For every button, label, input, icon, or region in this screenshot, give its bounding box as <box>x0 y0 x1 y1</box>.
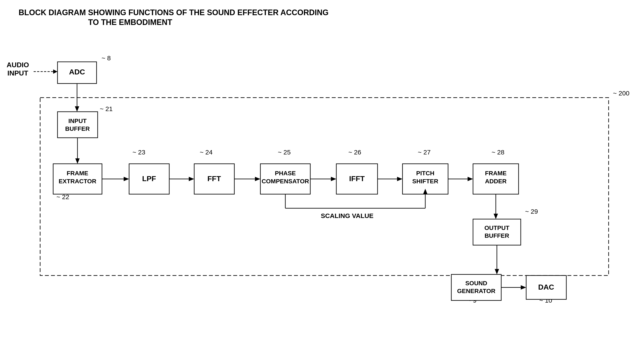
sg-label1: SOUND <box>465 280 487 286</box>
pc-label1: PHASE <box>275 170 296 176</box>
lpf-ref: ~ 23 <box>132 148 145 156</box>
ifft-ref: ~ 26 <box>348 148 361 156</box>
dac-label: DAC <box>538 283 554 291</box>
ob-label1: OUTPUT <box>484 224 509 231</box>
pc-ref: ~ 25 <box>278 148 290 156</box>
input-buffer-label2: BUFFER <box>65 126 90 132</box>
adc-label: ADC <box>69 68 85 76</box>
adc-down-arrow <box>75 106 79 112</box>
outer-dashed-box <box>40 98 608 276</box>
fft-to-pc-arrow <box>255 177 260 181</box>
ob-to-sg-arrow <box>495 269 499 274</box>
fft-label: FFT <box>208 174 221 183</box>
lpf-to-fft-arrow <box>189 177 194 181</box>
input-buffer-label1: INPUT <box>68 118 86 124</box>
sound-generator-box <box>451 274 501 300</box>
input-buffer-box <box>58 112 98 138</box>
ifft-label: IFFT <box>349 174 365 183</box>
ps-label2: SHIFTER <box>412 178 438 184</box>
fa-label1: FRAME <box>485 170 507 176</box>
fft-ref: ~ 24 <box>200 148 212 156</box>
ps-ref: ~ 27 <box>418 148 430 156</box>
ps-label1: PITCH <box>416 170 434 176</box>
lpf-label: LPF <box>142 174 156 183</box>
diagram-container: BLOCK DIAGRAM SHOWING FUNCTIONS OF THE S… <box>0 0 639 364</box>
fe-label1: FRAME <box>66 170 88 176</box>
pc-label2: COMPENSATOR <box>262 178 309 184</box>
audio-input-arrow <box>53 70 58 74</box>
sg-to-dac-arrow <box>521 285 526 290</box>
diagram-title: BLOCK DIAGRAM SHOWING FUNCTIONS OF THE S… <box>19 8 329 17</box>
output-buffer-box <box>473 219 521 245</box>
diagram-subtitle: TO THE EMBODIMENT <box>88 18 172 27</box>
ob-label2: BUFFER <box>484 232 509 239</box>
fa-label2: ADDER <box>485 178 507 184</box>
outer-ref: ~ 200 <box>613 90 630 97</box>
fa-to-ob-arrow <box>494 214 498 219</box>
adc-ref: ~ 8 <box>102 54 111 62</box>
input-buffer-ref: ~ 21 <box>100 105 112 112</box>
ps-to-fa-arrow <box>468 177 473 181</box>
ifft-to-ps-arrow <box>397 177 402 181</box>
fe-to-lpf-arrow <box>124 177 129 181</box>
sg-label2: GENERATOR <box>457 288 495 294</box>
pc-to-ifft-arrow <box>331 177 336 181</box>
audio-input-label2: INPUT <box>8 69 28 77</box>
fe-ref: ~ 22 <box>56 193 69 200</box>
ib-to-fe-arrow <box>75 158 80 164</box>
fa-ref: ~ 28 <box>492 148 504 156</box>
audio-input-label: AUDIO <box>6 61 29 69</box>
fe-label2: EXTRACTOR <box>58 178 96 184</box>
ob-ref: ~ 29 <box>525 208 538 215</box>
scaling-value-label: SCALING VALUE <box>321 212 374 219</box>
